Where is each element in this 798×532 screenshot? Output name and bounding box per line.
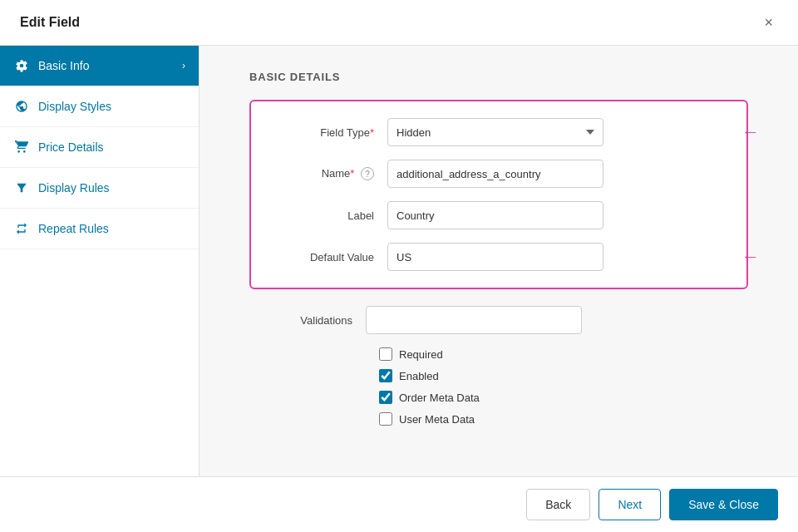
validations-row: Validations xyxy=(249,306,748,334)
name-input[interactable] xyxy=(387,160,603,188)
field-type-row: Field Type* Hidden Text Select Checkbox … xyxy=(271,118,727,146)
label-input[interactable] xyxy=(387,201,603,229)
user-meta-checkbox[interactable] xyxy=(379,412,392,426)
default-value-arrow: ← xyxy=(741,246,760,268)
sidebar-item-basic-info-label: Basic Info xyxy=(38,59,174,72)
gear-icon xyxy=(13,57,30,74)
checkbox-required: Required xyxy=(379,347,748,361)
sidebar-item-display-styles-label: Display Styles xyxy=(38,100,185,113)
globe-icon xyxy=(13,98,30,115)
name-label: Name* ? xyxy=(271,167,387,181)
sidebar-item-price-details-label: Price Details xyxy=(38,140,185,154)
main-content: BASIC DETAILS Field Type* Hidden Text Se… xyxy=(200,46,798,476)
field-type-label: Field Type* xyxy=(271,126,387,139)
name-row: Name* ? xyxy=(271,160,727,188)
user-meta-label: User Meta Data xyxy=(399,413,475,426)
checkbox-enabled: Enabled xyxy=(379,369,748,382)
highlight-box: Field Type* Hidden Text Select Checkbox … xyxy=(249,100,748,289)
default-value-row: Default Value ← xyxy=(271,243,727,271)
label-row: Label xyxy=(271,201,727,229)
modal: Edit Field × Basic Info › xyxy=(0,0,798,532)
sidebar: Basic Info › Display Styles xyxy=(0,46,200,476)
section-title: BASIC DETAILS xyxy=(249,71,748,83)
checkbox-order-meta: Order Meta Data xyxy=(379,391,748,404)
order-meta-checkbox[interactable] xyxy=(379,391,392,404)
save-close-button[interactable]: Save & Close xyxy=(669,489,778,520)
sidebar-item-repeat-rules[interactable]: Repeat Rules xyxy=(0,209,199,249)
checkbox-group: Required Enabled Order Meta Data User Me… xyxy=(379,347,748,426)
enabled-checkbox[interactable] xyxy=(379,369,392,382)
modal-footer: Back Next Save & Close xyxy=(0,476,798,532)
default-value-label: Default Value xyxy=(271,251,387,264)
modal-overlay: Edit Field × Basic Info › xyxy=(0,0,798,532)
filter-icon xyxy=(13,180,30,196)
default-value-input[interactable] xyxy=(387,243,603,271)
next-button[interactable]: Next xyxy=(598,489,661,520)
chevron-right-icon: › xyxy=(182,60,185,71)
checkbox-user-meta: User Meta Data xyxy=(379,412,748,426)
enabled-label: Enabled xyxy=(399,370,439,382)
cart-icon xyxy=(13,139,30,155)
sidebar-item-basic-info[interactable]: Basic Info › xyxy=(0,46,199,86)
validations-label: Validations xyxy=(249,314,366,327)
sidebar-item-display-styles[interactable]: Display Styles xyxy=(0,86,199,127)
required-checkbox[interactable] xyxy=(379,347,392,361)
edit-field-title: Edit Field xyxy=(20,15,80,30)
repeat-icon xyxy=(13,220,30,237)
info-icon[interactable]: ? xyxy=(361,167,374,180)
sidebar-item-display-rules[interactable]: Display Rules xyxy=(0,168,199,209)
field-type-arrow: ← xyxy=(741,121,760,143)
back-button[interactable]: Back xyxy=(526,489,590,520)
modal-header: Edit Field × xyxy=(0,0,798,46)
close-button[interactable]: × xyxy=(759,13,778,32)
label-label: Label xyxy=(271,209,387,222)
validations-input[interactable] xyxy=(366,306,582,334)
required-label: Required xyxy=(399,348,443,361)
order-meta-label: Order Meta Data xyxy=(399,392,480,404)
sidebar-item-display-rules-label: Display Rules xyxy=(38,181,185,195)
sidebar-item-price-details[interactable]: Price Details xyxy=(0,127,199,168)
field-type-select[interactable]: Hidden Text Select Checkbox Radio Textar… xyxy=(387,118,603,146)
modal-body: Basic Info › Display Styles xyxy=(0,46,798,476)
sidebar-item-repeat-rules-label: Repeat Rules xyxy=(38,222,185,235)
